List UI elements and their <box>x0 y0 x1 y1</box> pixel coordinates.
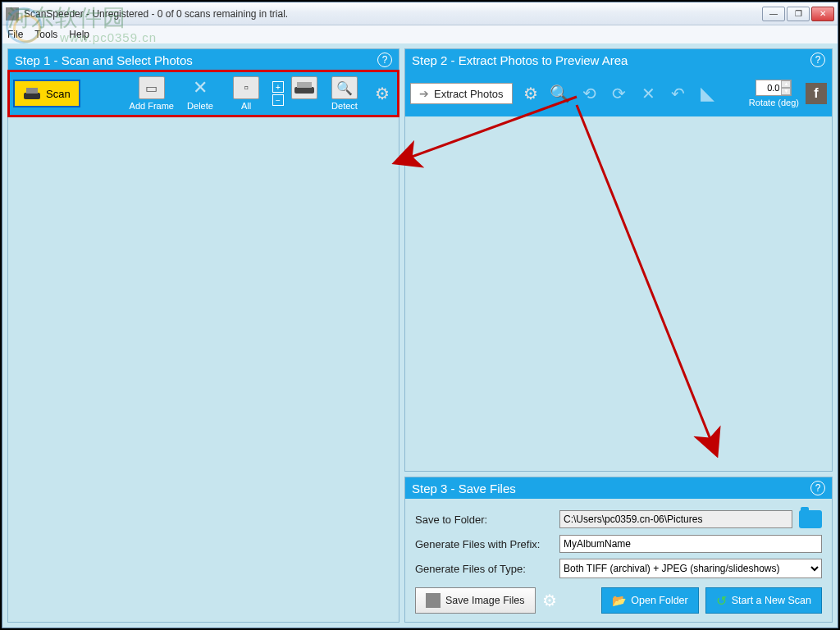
step1-canvas[interactable] <box>8 116 399 622</box>
step2-title: Step 2 - Extract Photos to Preview Area <box>412 53 628 67</box>
app-window: ScanSpeeder - Unregistered - 0 of 0 scan… <box>2 2 838 628</box>
zoom-stack: + − <box>272 81 284 106</box>
step1-panel: Step 1 - Scan and Select Photos ? Scan ▭… <box>7 48 399 623</box>
step2-canvas[interactable] <box>405 116 832 471</box>
scanner-small-icon <box>291 76 317 99</box>
arrow-right-icon: ➔ <box>419 87 429 100</box>
delete-preview-icon[interactable]: ✕ <box>637 82 660 105</box>
tag-icon[interactable]: ◣ <box>696 82 719 105</box>
save-folder-label: Save to Folder: <box>415 514 553 526</box>
step1-title: Step 1 - Scan and Select Photos <box>15 53 193 67</box>
titlebar: ScanSpeeder - Unregistered - 0 of 0 scan… <box>2 2 838 25</box>
maximize-button[interactable]: ❐ <box>787 7 810 21</box>
scanner-icon <box>23 85 41 102</box>
prefix-input[interactable] <box>559 535 822 553</box>
facebook-icon[interactable]: f <box>806 83 827 104</box>
magnify-icon: 🔍 <box>331 76 358 99</box>
page-icon: ▫ <box>233 76 259 99</box>
scan-button[interactable]: Scan <box>13 80 80 107</box>
magnify-icon[interactable]: 🔍 <box>549 82 572 105</box>
zoom-in-button[interactable]: + <box>272 81 284 93</box>
menu-tools[interactable]: Tools <box>34 29 57 40</box>
undo-icon[interactable]: ↶ <box>667 82 690 105</box>
all-button[interactable]: ▫ All <box>226 76 266 111</box>
step1-help-icon[interactable]: ? <box>377 52 392 67</box>
start-new-scan-button[interactable]: ↺ Start a New Scan <box>705 587 822 614</box>
step1-settings-icon[interactable]: ⚙ <box>371 82 394 105</box>
delete-icon: ✕ <box>187 76 213 99</box>
rotate-right-icon[interactable]: ⟳ <box>608 82 631 105</box>
rotate-up-button[interactable]: ▲ <box>781 80 791 88</box>
open-folder-button[interactable]: 📂 Open Folder <box>601 587 698 614</box>
menubar: File Tools Help <box>2 25 838 43</box>
step1-toolbar: Scan ▭ Add Frame ✕ Delete ▫ All <box>8 71 399 116</box>
type-label: Generate Files of Type: <box>415 563 553 575</box>
step2-toolbar: ➔ Extract Photos ⚙ 🔍 ⟲ ⟳ ✕ ↶ ◣ ▲ <box>405 71 832 116</box>
refresh-icon: ↺ <box>716 593 727 609</box>
window-title: ScanSpeeder - Unregistered - 0 of 0 scan… <box>24 8 288 20</box>
close-button[interactable]: ✕ <box>811 7 834 21</box>
svg-rect-0 <box>24 93 40 99</box>
minimize-button[interactable]: — <box>762 7 785 21</box>
delete-button[interactable]: ✕ Delete <box>180 76 220 111</box>
step2-panel: Step 2 - Extract Photos to Preview Area … <box>404 48 833 472</box>
browse-folder-icon[interactable] <box>799 510 822 528</box>
save-image-files-button[interactable]: Save Image Files <box>415 587 536 614</box>
step3-help-icon[interactable]: ? <box>810 481 825 495</box>
step3-title: Step 3 - Save Files <box>412 482 516 495</box>
frame-icon: ▭ <box>139 76 165 99</box>
detect-button[interactable]: 🔍 Detect <box>325 76 364 111</box>
menu-file[interactable]: File <box>7 29 23 40</box>
scanner-select-button[interactable] <box>290 76 318 111</box>
app-icon <box>6 7 19 21</box>
step3-settings-icon[interactable]: ⚙ <box>542 591 557 610</box>
disk-icon <box>426 593 441 608</box>
step2-help-icon[interactable]: ? <box>810 52 825 67</box>
step2-settings-icon[interactable]: ⚙ <box>519 82 542 105</box>
svg-rect-1 <box>26 88 38 94</box>
rotate-down-button[interactable]: ▼ <box>781 88 791 95</box>
svg-rect-3 <box>297 82 312 88</box>
zoom-out-button[interactable]: − <box>272 94 284 106</box>
prefix-label: Generate Files with Prefix: <box>415 538 553 550</box>
rotate-left-icon[interactable]: ⟲ <box>578 82 601 105</box>
add-frame-button[interactable]: ▭ Add Frame <box>130 76 174 111</box>
rotate-control: ▲ ▼ Rotate (deg) <box>749 80 799 107</box>
step3-panel: Step 3 - Save Files ? Save to Folder: Ge… <box>404 477 833 623</box>
file-type-select[interactable]: Both TIFF (archival) + JPEG (sharing/sli… <box>559 559 822 578</box>
extract-photos-button[interactable]: ➔ Extract Photos <box>410 83 513 104</box>
folder-open-icon: 📂 <box>612 594 626 607</box>
menu-help[interactable]: Help <box>69 29 89 40</box>
save-folder-input[interactable] <box>559 510 792 528</box>
svg-rect-2 <box>294 87 314 94</box>
